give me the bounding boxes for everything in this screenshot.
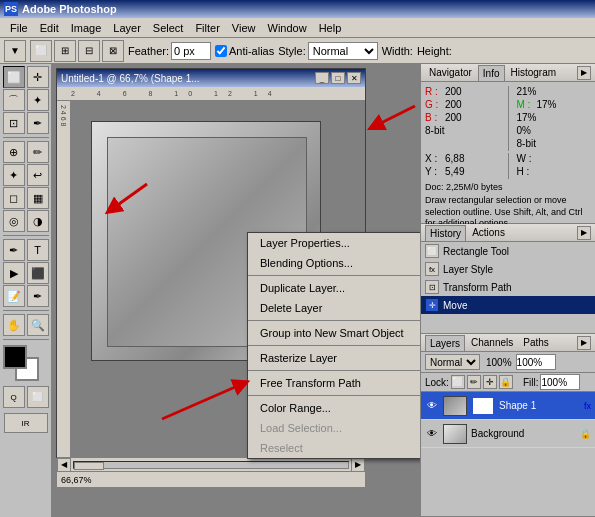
tab-histogram[interactable]: Histogram bbox=[507, 65, 561, 80]
gradient-tool[interactable]: ▦ bbox=[27, 187, 49, 209]
ctx-layer-properties[interactable]: Layer Properties... bbox=[248, 233, 420, 253]
info-m-value1: 17% bbox=[537, 99, 592, 110]
dodge-tool[interactable]: ◑ bbox=[27, 210, 49, 232]
antialias-control: Anti-alias bbox=[215, 45, 274, 57]
ctx-blending-options[interactable]: Blending Options... bbox=[248, 253, 420, 273]
menu-view[interactable]: View bbox=[226, 20, 262, 36]
menu-layer[interactable]: Layer bbox=[107, 20, 147, 36]
new-selection-btn[interactable]: ⬜ bbox=[30, 40, 52, 62]
magic-wand-tool[interactable]: ✦ bbox=[27, 89, 49, 111]
menu-filter[interactable]: Filter bbox=[189, 20, 225, 36]
ctx-rasterize-layer[interactable]: Rasterize Layer bbox=[248, 348, 420, 368]
tool-preset-picker[interactable]: ▼ bbox=[4, 40, 26, 62]
layer-eye-background[interactable]: 👁 bbox=[425, 427, 439, 441]
history-item-rectangle-tool[interactable]: ⬜ Rectangle Tool bbox=[421, 242, 595, 260]
eyedropper2-tool[interactable]: ✒ bbox=[27, 285, 49, 307]
intersect-selection-btn[interactable]: ⊠ bbox=[102, 40, 124, 62]
history-icon-rectangle: ⬜ bbox=[425, 244, 439, 258]
layer-eye-shape1[interactable]: 👁 bbox=[425, 399, 439, 413]
style-select[interactable]: Normal bbox=[308, 42, 378, 60]
history-item-move[interactable]: ✛ Move bbox=[421, 296, 595, 314]
history-brush-tool[interactable]: ↩ bbox=[27, 164, 49, 186]
history-panel-close[interactable]: ▶ bbox=[577, 226, 591, 240]
brush-tool[interactable]: ✏ bbox=[27, 141, 49, 163]
add-selection-btn[interactable]: ⊞ bbox=[54, 40, 76, 62]
lock-image-btn[interactable]: ✏ bbox=[467, 375, 481, 389]
scroll-right-btn[interactable]: ▶ bbox=[351, 458, 365, 472]
menu-file[interactable]: File bbox=[4, 20, 34, 36]
type-tool[interactable]: T bbox=[27, 239, 49, 261]
lock-position-btn[interactable]: ✛ bbox=[483, 375, 497, 389]
healing-brush-tool[interactable]: ⊕ bbox=[3, 141, 25, 163]
lasso-tool[interactable]: ⌒ bbox=[3, 89, 25, 111]
ctx-group-smart-object[interactable]: Group into New Smart Object bbox=[248, 323, 420, 343]
subtract-selection-btn[interactable]: ⊟ bbox=[78, 40, 100, 62]
color-swatches[interactable] bbox=[3, 345, 49, 381]
history-item-transform-path[interactable]: ⊡ Transform Path bbox=[421, 278, 595, 296]
tab-info[interactable]: Info bbox=[478, 65, 505, 81]
opacity-input[interactable] bbox=[516, 354, 556, 370]
eyedropper-tool[interactable]: ✒ bbox=[27, 112, 49, 134]
screen-mode-btn[interactable]: ⬜ bbox=[27, 386, 49, 408]
ctx-delete-layer[interactable]: Delete Layer bbox=[248, 298, 420, 318]
ctx-duplicate-layer[interactable]: Duplicate Layer... bbox=[248, 278, 420, 298]
shape-tool[interactable]: ⬛ bbox=[27, 262, 49, 284]
lock-all-btn[interactable]: 🔒 bbox=[499, 375, 513, 389]
info-bitdepth2: 8-bit bbox=[517, 138, 536, 149]
scroll-thumb-h[interactable] bbox=[74, 462, 104, 470]
layer-shape1[interactable]: 👁 Shape 1 fx bbox=[421, 392, 595, 420]
maximize-btn[interactable]: □ bbox=[331, 72, 345, 84]
blend-mode-select[interactable]: Normal bbox=[425, 354, 480, 370]
feather-input[interactable] bbox=[171, 42, 211, 60]
hand-tool[interactable]: ✋ bbox=[3, 314, 25, 336]
jump-to-imageready-btn[interactable]: IR bbox=[4, 413, 48, 433]
minimize-btn[interactable]: _ bbox=[315, 72, 329, 84]
eraser-tool[interactable]: ◻ bbox=[3, 187, 25, 209]
ctx-separator-5 bbox=[248, 395, 420, 396]
ctx-free-transform-path[interactable]: Free Transform Path bbox=[248, 373, 420, 393]
menu-window[interactable]: Window bbox=[262, 20, 313, 36]
path-selection-tool[interactable]: ▶ bbox=[3, 262, 25, 284]
horizontal-scrollbar[interactable]: ◀ ▶ bbox=[57, 457, 365, 471]
layer-background[interactable]: 👁 Background 🔒 bbox=[421, 420, 595, 448]
info-rgb-col: R : 200 G : 200 B : 200 8-bit bbox=[425, 86, 500, 151]
info-k-value: 0% bbox=[517, 125, 592, 136]
info-k-row: 0% bbox=[517, 125, 592, 136]
menu-edit[interactable]: Edit bbox=[34, 20, 65, 36]
info-color-section: R : 200 G : 200 B : 200 8-bit bbox=[425, 86, 591, 151]
menu-image[interactable]: Image bbox=[65, 20, 108, 36]
pen-tool[interactable]: ✒ bbox=[3, 239, 25, 261]
lock-transparent-btn[interactable]: ⬜ bbox=[451, 375, 465, 389]
notes-tool[interactable]: 📝 bbox=[3, 285, 25, 307]
tab-history[interactable]: History bbox=[425, 225, 466, 241]
scroll-track-h[interactable] bbox=[73, 461, 349, 469]
zoom-tool[interactable]: 🔍 bbox=[27, 314, 49, 336]
menu-bar: File Edit Image Layer Select Filter View… bbox=[0, 18, 595, 38]
move-tool[interactable]: ✛ bbox=[27, 66, 49, 88]
tab-layers[interactable]: Layers bbox=[425, 335, 465, 351]
close-btn[interactable]: ✕ bbox=[347, 72, 361, 84]
foreground-color-swatch[interactable] bbox=[3, 345, 27, 369]
tab-navigator[interactable]: Navigator bbox=[425, 65, 476, 80]
rectangular-marquee-tool[interactable]: ⬜ bbox=[3, 66, 25, 88]
tab-channels[interactable]: Channels bbox=[467, 335, 517, 350]
history-item-layer-style[interactable]: fx Layer Style bbox=[421, 260, 595, 278]
fill-input[interactable] bbox=[540, 374, 580, 390]
ctx-color-range[interactable]: Color Range... bbox=[248, 398, 420, 418]
clone-stamp-tool[interactable]: ✦ bbox=[3, 164, 25, 186]
menu-help[interactable]: Help bbox=[313, 20, 348, 36]
info-panel-header: Navigator Info Histogram ▶ bbox=[421, 64, 595, 82]
history-label-transform-path: Transform Path bbox=[443, 282, 512, 293]
scroll-left-btn[interactable]: ◀ bbox=[57, 458, 71, 472]
layers-panel-close[interactable]: ▶ bbox=[577, 336, 591, 350]
crop-tool[interactable]: ⊡ bbox=[3, 112, 25, 134]
height-label: Height: bbox=[417, 45, 452, 57]
tab-paths[interactable]: Paths bbox=[519, 335, 553, 350]
menu-select[interactable]: Select bbox=[147, 20, 190, 36]
blur-tool[interactable]: ◎ bbox=[3, 210, 25, 232]
quick-mask-btn[interactable]: Q bbox=[3, 386, 25, 408]
tab-actions[interactable]: Actions bbox=[468, 225, 509, 240]
info-panel-close[interactable]: ▶ bbox=[577, 66, 591, 80]
info-r-label: R : bbox=[425, 86, 445, 97]
antialias-checkbox[interactable] bbox=[215, 45, 227, 57]
